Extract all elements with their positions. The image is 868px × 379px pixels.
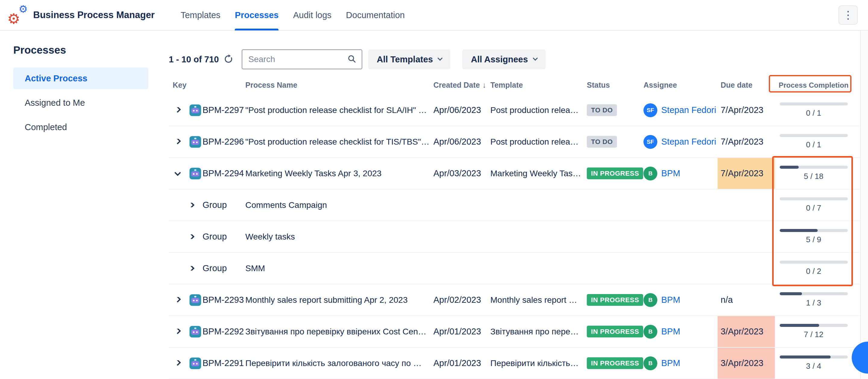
assignee-avatar: B xyxy=(644,356,657,370)
assignee-link[interactable]: BPM xyxy=(661,358,680,368)
sidebar-heading: Processes xyxy=(13,44,148,56)
process-name: Перевірити кількість залогованого часу п… xyxy=(245,358,433,368)
process-icon xyxy=(189,294,202,306)
created-date: Apr/03/2023 xyxy=(433,168,490,178)
scrollbar[interactable] xyxy=(860,31,868,379)
expand-chevron-icon[interactable] xyxy=(175,360,181,366)
group-row[interactable]: Group SMM 0 / 2 xyxy=(169,253,868,284)
refresh-button[interactable] xyxy=(224,54,233,65)
expand-chevron-icon[interactable] xyxy=(175,297,181,303)
table-row[interactable]: BPM-2294 Marketing Weekly Tasks Apr 3, 2… xyxy=(169,158,868,189)
progress-label: 0 / 1 xyxy=(806,140,821,150)
expand-chevron-icon[interactable] xyxy=(175,329,181,334)
table-row[interactable]: BPM-2292 Звітування про перевірку ввірен… xyxy=(169,316,868,348)
search-input[interactable] xyxy=(248,54,347,64)
expand-chevron-icon[interactable] xyxy=(188,266,194,271)
progress-bar xyxy=(780,292,848,295)
nav-tab-documentation[interactable]: Documentation xyxy=(346,0,405,30)
due-date: 7/Apr/2023 xyxy=(718,158,775,189)
progress-label: 3 / 4 xyxy=(806,361,821,371)
collapse-chevron-icon[interactable] xyxy=(175,170,181,176)
status-badge: IN PROGRESS xyxy=(587,294,643,306)
template-name: Marketing Weekly Tas… xyxy=(490,169,587,178)
chevron-down-icon xyxy=(438,56,443,61)
process-name: "Post production release checklist for T… xyxy=(245,137,433,147)
more-menu-button[interactable]: ⋮ xyxy=(838,5,858,25)
sidebar-item-completed[interactable]: Completed xyxy=(13,116,148,138)
status-badge: IN PROGRESS xyxy=(587,326,643,338)
table-row[interactable]: BPM-2297 "Post production release checkl… xyxy=(169,95,868,126)
process-key: BPM-2296 xyxy=(203,137,245,147)
status-badge: TO DO xyxy=(587,104,617,116)
assignee-link[interactable]: Stepan Fedori xyxy=(661,137,716,147)
expand-chevron-icon[interactable] xyxy=(175,139,181,144)
progress-label: 0 / 2 xyxy=(806,266,821,276)
progress-bar xyxy=(780,355,848,358)
process-name: Marketing Weekly Tasks Apr 3, 2023 xyxy=(245,169,433,178)
expand-chevron-icon[interactable] xyxy=(188,203,194,207)
app-header: ⚙ ⚙ Business Process Manager Templates P… xyxy=(0,0,868,31)
column-header-created-date[interactable]: Created Date↓ xyxy=(433,81,490,90)
table-row[interactable]: BPM-2291 Перевірити кількість залоговано… xyxy=(169,348,868,379)
due-date: 7/Apr/2023 xyxy=(718,126,775,157)
status-badge: IN PROGRESS xyxy=(587,357,643,369)
expand-chevron-icon[interactable] xyxy=(188,234,194,239)
assignee-link[interactable]: BPM xyxy=(661,168,680,178)
process-key: BPM-2291 xyxy=(203,358,245,368)
sidebar-item-active-process[interactable]: Active Process xyxy=(13,67,148,89)
table-row[interactable]: BPM-2296 "Post production release checkl… xyxy=(169,126,868,158)
due-date: 3/Apr/2023 xyxy=(718,316,775,347)
chevron-down-icon xyxy=(532,56,538,61)
progress-label: 7 / 12 xyxy=(804,330,824,339)
templates-filter-button[interactable]: All Templates xyxy=(368,50,450,69)
progress-label: 1 / 3 xyxy=(806,298,821,308)
progress-label: 5 / 9 xyxy=(806,235,821,244)
group-name: Comments Campaign xyxy=(245,200,433,210)
process-name: Monthly sales report submitting Apr 2, 2… xyxy=(245,295,433,305)
process-key: BPM-2292 xyxy=(203,326,245,337)
template-name: Post production relea… xyxy=(490,137,587,147)
column-header-due-date: Due date xyxy=(718,81,775,90)
process-icon xyxy=(189,325,202,338)
search-box xyxy=(242,50,362,69)
column-header-process-name: Process Name xyxy=(245,81,433,90)
due-date: 3/Apr/2023 xyxy=(718,348,775,379)
nav-tab-templates[interactable]: Templates xyxy=(181,0,220,30)
group-label: Group xyxy=(203,232,245,242)
expand-chevron-icon[interactable] xyxy=(175,107,181,113)
assignee-link[interactable]: Stepan Fedori xyxy=(661,105,716,115)
group-row[interactable]: Group Weekly tasks 5 / 9 xyxy=(169,221,868,253)
table-row[interactable]: BPM-2293 Monthly sales report submitting… xyxy=(169,284,868,316)
assignees-filter-button[interactable]: All Assignees xyxy=(462,50,545,69)
process-icon xyxy=(189,135,202,148)
templates-filter-label: All Templates xyxy=(377,55,433,64)
progress-label: 0 / 7 xyxy=(806,203,821,213)
status-badge: TO DO xyxy=(587,136,617,148)
refresh-icon xyxy=(224,54,233,65)
group-row[interactable]: Group Comments Campaign 0 / 7 xyxy=(169,189,868,221)
main-content: 1 - 10 of 710 All Templates All Assignee… xyxy=(148,31,868,379)
assignee-link[interactable]: BPM xyxy=(661,295,680,305)
process-icon xyxy=(189,357,202,370)
sidebar-item-assigned-to-me[interactable]: Assigned to Me xyxy=(13,92,148,114)
assignee-link[interactable]: BPM xyxy=(661,326,680,337)
progress-label: 0 / 1 xyxy=(806,108,821,118)
assignee-avatar: B xyxy=(644,325,657,339)
status-badge: IN PROGRESS xyxy=(587,167,643,179)
due-date: 7/Apr/2023 xyxy=(718,95,775,126)
group-name: SMM xyxy=(245,263,433,273)
assignee-avatar: SF xyxy=(644,103,657,117)
process-name: Звітування про перевірку ввірених Cost C… xyxy=(245,327,433,337)
nav-tab-processes[interactable]: Processes xyxy=(235,0,278,30)
progress-bar xyxy=(780,166,848,169)
created-date: Apr/01/2023 xyxy=(433,358,490,368)
sort-desc-icon: ↓ xyxy=(482,81,486,90)
column-header-template: Template xyxy=(490,81,587,90)
assignee-avatar: B xyxy=(644,293,657,307)
progress-label: 5 / 18 xyxy=(804,172,824,181)
kebab-icon: ⋮ xyxy=(843,10,854,21)
table-body: BPM-2297 "Post production release checkl… xyxy=(169,95,868,379)
template-name: Звітування про пере… xyxy=(490,327,587,337)
process-key: BPM-2297 xyxy=(203,105,245,115)
nav-tab-audit-logs[interactable]: Audit logs xyxy=(293,0,331,30)
